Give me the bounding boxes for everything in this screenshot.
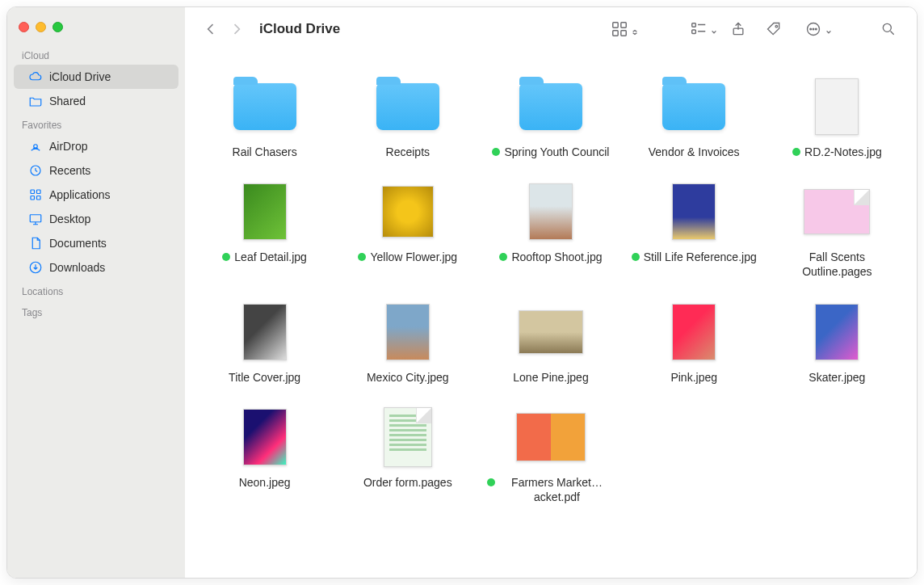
svg-rect-9 [621, 22, 626, 27]
file-thumbnail [373, 180, 443, 243]
location-title: iCloud Drive [259, 21, 340, 37]
file-label-wrap: Leaf Detail.jpg [222, 250, 307, 264]
file-label-wrap: Neon.jpeg [239, 475, 291, 490]
file-item[interactable]: Lone Pine.jpeg [487, 301, 614, 385]
sidebar-item-label: Downloads [49, 261, 105, 274]
forward-button[interactable] [225, 18, 248, 40]
more-actions-button[interactable] [796, 18, 831, 40]
sidebar-item-applications[interactable]: Applications [14, 183, 178, 207]
file-grid-container: Rail ChasersReceiptsSpring Youth Council… [185, 51, 917, 578]
chevron-down-icon [825, 24, 832, 39]
file-item[interactable]: Fall Scents Outline.pages [774, 180, 901, 279]
documents-icon [28, 236, 43, 250]
file-thumbnail [230, 301, 300, 364]
file-thumbnail [516, 301, 586, 364]
file-item[interactable]: Rail Chasers [201, 75, 328, 159]
file-thumbnail [802, 301, 872, 364]
file-thumbnail [516, 406, 586, 469]
file-label-wrap: Vendor & Invoices [649, 145, 740, 159]
file-thumbnail [230, 180, 300, 243]
sidebar-item-label: Applications [49, 188, 111, 201]
sidebar-item-downloads[interactable]: Downloads [14, 255, 178, 280]
sidebar-item-icloud-drive[interactable]: iCloud Drive [14, 65, 178, 89]
folder-icon [516, 75, 586, 138]
close-window-button[interactable] [19, 22, 29, 32]
svg-rect-2 [31, 190, 35, 194]
file-name-label: Title Cover.jpg [229, 370, 300, 385]
file-item[interactable]: Mexico City.jpeg [344, 301, 471, 385]
file-item[interactable]: Farmers Market…acket.pdf [487, 406, 614, 504]
sidebar-item-label: Shared [49, 95, 86, 107]
file-item[interactable]: Still Life Reference.jpg [631, 180, 758, 279]
file-name-label: Skater.jpeg [808, 370, 865, 385]
svg-rect-3 [37, 190, 41, 194]
file-name-label: Pink.jpeg [670, 370, 717, 385]
minimize-window-button[interactable] [36, 22, 46, 32]
file-item[interactable]: Pink.jpeg [631, 301, 758, 385]
shared-folder-icon [28, 94, 43, 108]
file-label-wrap: Rooftop Shoot.jpg [499, 250, 602, 264]
file-item[interactable]: Rooftop Shoot.jpg [487, 180, 614, 279]
back-button[interactable] [200, 18, 222, 40]
svg-rect-4 [31, 196, 35, 200]
svg-rect-12 [692, 23, 696, 27]
sidebar: iCloud iCloud Drive Shared Favorites Air… [7, 7, 185, 578]
window-controls [7, 15, 185, 44]
sidebar-item-recents[interactable]: Recents [14, 158, 178, 183]
tag-dot-green [492, 148, 500, 156]
file-item[interactable]: Leaf Detail.jpg [201, 180, 328, 279]
file-item[interactable]: Neon.jpeg [201, 406, 328, 504]
file-label-wrap: Receipts [386, 145, 430, 159]
file-label-wrap: Order form.pages [363, 475, 452, 490]
file-label-wrap: Lone Pine.jpeg [513, 370, 588, 385]
svg-rect-8 [613, 22, 618, 27]
file-item[interactable]: Receipts [344, 75, 471, 159]
tags-button[interactable] [760, 18, 788, 40]
chevron-down-icon [711, 24, 717, 39]
finder-window: iCloud iCloud Drive Shared Favorites Air… [6, 6, 918, 579]
file-thumbnail [516, 180, 586, 243]
share-button[interactable] [724, 18, 752, 40]
file-name-label: Still Life Reference.jpg [644, 250, 757, 264]
sidebar-item-label: Documents [49, 237, 107, 250]
file-name-label: Lone Pine.jpeg [513, 370, 588, 385]
sidebar-item-label: Desktop [49, 213, 90, 225]
chevron-updown-icon [632, 24, 638, 39]
file-item[interactable]: Skater.jpeg [774, 301, 901, 385]
file-item[interactable]: Vendor & Invoices [631, 75, 758, 159]
file-item[interactable]: Order form.pages [344, 406, 471, 504]
sidebar-item-airdrop[interactable]: AirDrop [14, 134, 178, 158]
file-label-wrap: Farmers Market…acket.pdf [487, 475, 614, 504]
file-thumbnail [373, 406, 443, 469]
sidebar-item-documents[interactable]: Documents [14, 231, 178, 255]
file-label-wrap: Fall Scents Outline.pages [774, 250, 901, 279]
file-name-label: Mexico City.jpeg [367, 370, 449, 385]
file-item[interactable]: Spring Youth Council [487, 75, 614, 159]
svg-rect-5 [37, 196, 41, 200]
fullscreen-window-button[interactable] [52, 22, 63, 32]
file-item[interactable]: Yellow Flower.jpg [344, 180, 471, 279]
view-options-button[interactable] [602, 18, 637, 40]
file-label-wrap: Skater.jpeg [808, 370, 865, 385]
file-item[interactable]: RD.2-Notes.jpg [774, 75, 901, 159]
file-label-wrap: Still Life Reference.jpg [632, 250, 757, 264]
search-button[interactable] [875, 18, 902, 40]
group-by-button[interactable] [681, 18, 716, 40]
file-name-label: Yellow Flower.jpg [370, 250, 457, 264]
file-thumbnail [659, 180, 729, 243]
file-item[interactable]: Title Cover.jpg [201, 301, 328, 385]
sidebar-item-shared[interactable]: Shared [14, 89, 178, 113]
file-label-wrap: Title Cover.jpg [229, 370, 300, 385]
file-name-label: Fall Scents Outline.pages [774, 250, 901, 279]
file-grid: Rail ChasersReceiptsSpring Youth Council… [201, 75, 901, 504]
sidebar-item-label: AirDrop [49, 140, 87, 153]
file-thumbnail [802, 75, 872, 138]
svg-point-19 [816, 28, 817, 30]
sidebar-item-label: Recents [49, 164, 90, 177]
file-name-label: Order form.pages [363, 475, 452, 490]
file-thumbnail [230, 406, 300, 469]
tag-dot-green [499, 253, 507, 261]
sidebar-item-desktop[interactable]: Desktop [14, 207, 178, 231]
file-name-label: Leaf Detail.jpg [234, 250, 307, 264]
file-name-label: Neon.jpeg [239, 475, 291, 490]
